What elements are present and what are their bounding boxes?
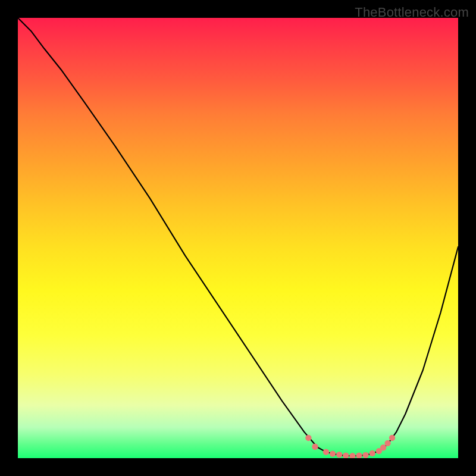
- curve-svg: [18, 18, 458, 458]
- svg-point-0: [305, 435, 311, 441]
- svg-point-13: [389, 435, 395, 441]
- svg-point-7: [356, 452, 362, 458]
- highlight-points: [305, 435, 395, 458]
- svg-point-9: [369, 450, 375, 456]
- svg-point-5: [343, 452, 349, 458]
- svg-point-6: [349, 453, 355, 458]
- watermark-text: TheBottleneck.com: [355, 5, 469, 20]
- chart-container: TheBottleneck.com: [0, 0, 476, 476]
- svg-point-12: [384, 440, 390, 446]
- svg-point-11: [380, 444, 386, 450]
- svg-point-2: [323, 449, 329, 455]
- svg-point-1: [312, 444, 318, 450]
- plot-gradient-frame: [18, 18, 458, 458]
- svg-point-4: [336, 452, 342, 458]
- svg-point-8: [362, 452, 368, 458]
- bottleneck-curve: [18, 18, 458, 456]
- svg-point-3: [330, 450, 336, 456]
